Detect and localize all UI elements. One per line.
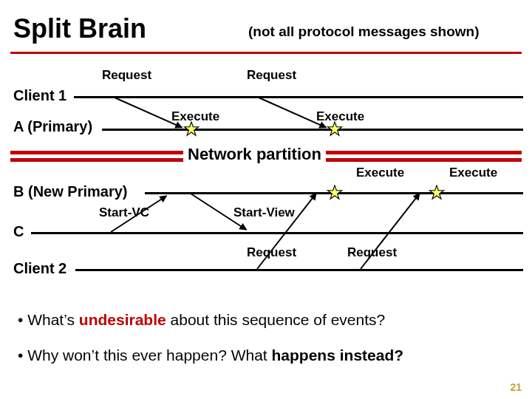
label-request-1: Request: [102, 68, 151, 83]
timeline-a: [102, 129, 523, 131]
timeline-client2: [75, 269, 523, 271]
bullet-2: • Why won’t this ever happen? What happe…: [18, 346, 514, 365]
bullet-2-pre: • Why won’t this ever happen? What: [18, 347, 272, 364]
label-execute-b-1: Execute: [356, 166, 404, 180]
bullet-1-pre: • What’s: [18, 311, 79, 328]
svg-marker-1: [327, 122, 341, 135]
svg-marker-0: [184, 122, 198, 135]
actor-client1: Client 1: [13, 87, 66, 104]
bullet-list: • What’s undesirable about this sequence…: [18, 310, 514, 382]
slide-subtitle: (not all protocol messages shown): [248, 24, 480, 40]
star-execute-a-1: [183, 121, 200, 137]
bullet-2-bold: happens instead?: [272, 347, 404, 364]
star-execute-b-1: [327, 185, 343, 201]
label-request-c2-1: Request: [247, 245, 296, 260]
label-start-view: Start-View: [233, 205, 295, 220]
actor-b-new-primary: B (New Primary): [13, 183, 128, 200]
actor-client2: Client 2: [13, 260, 66, 277]
timeline-client1: [74, 96, 523, 98]
timeline-c: [31, 232, 523, 234]
svg-marker-2: [327, 185, 341, 199]
actor-c: C: [13, 223, 24, 240]
bullet-1: • What’s undesirable about this sequence…: [18, 310, 514, 330]
svg-marker-3: [429, 185, 443, 199]
title-underline: [10, 52, 522, 54]
star-execute-a-2: [327, 121, 343, 137]
star-execute-b-2: [429, 185, 445, 201]
slide-title: Split Brain: [13, 13, 146, 44]
label-execute-b-2: Execute: [449, 166, 497, 180]
slide: Split Brain (not all protocol messages s…: [0, 0, 532, 399]
label-network-partition: Network partition: [183, 145, 326, 164]
actor-a-primary: A (Primary): [13, 118, 92, 135]
bullet-1-red: undesirable: [79, 311, 166, 328]
bullet-1-post: about this sequence of events?: [166, 311, 386, 328]
label-request-2: Request: [247, 68, 296, 83]
page-number: 21: [510, 381, 522, 393]
